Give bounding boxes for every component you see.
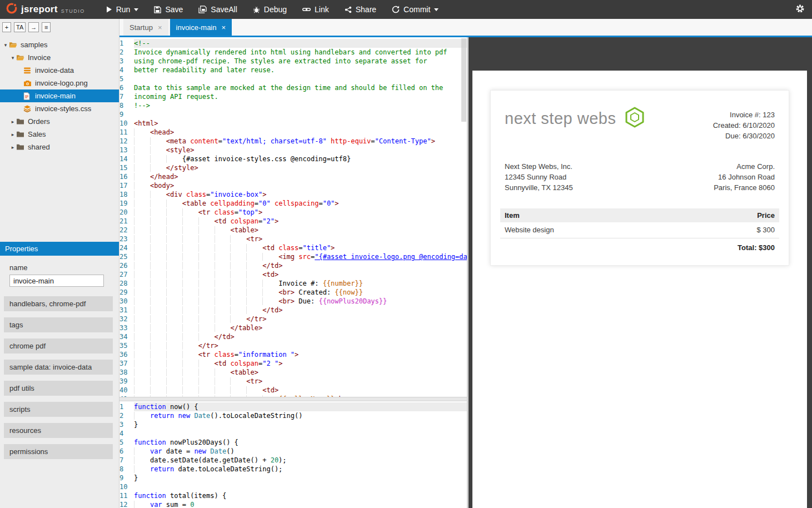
filter-button[interactable]: TA [14, 22, 26, 32]
code-line[interactable]: 2Invoice dynamically rendered into html … [119, 48, 467, 57]
code-line[interactable]: 23 <tr> [119, 235, 467, 243]
expander-icon[interactable]: ▸ [9, 119, 16, 124]
code-line[interactable]: 1<!-- [119, 39, 467, 48]
code-line[interactable]: 36 <tr class="information "> [119, 350, 467, 359]
tree-item-invoice-logo.png[interactable]: invoice-logo.png [0, 77, 119, 89]
code-line[interactable]: 22 <table> [119, 226, 467, 235]
jsreport-logo[interactable]: jsreport STUDIO [0, 2, 91, 17]
properties-section[interactable]: resources [4, 423, 113, 438]
properties-section[interactable]: scripts [4, 402, 113, 417]
code-line[interactable]: 13 <style> [119, 146, 467, 155]
properties-section[interactable]: handlebars, chrome-pdf [4, 296, 113, 311]
code-line[interactable]: 7incoming API request. [119, 92, 467, 101]
settings-button[interactable] [795, 4, 812, 16]
code-line[interactable]: 3} [119, 420, 467, 429]
tree-item-shared[interactable]: ▸shared [0, 141, 119, 153]
code-line[interactable]: 27 <td> [119, 270, 467, 279]
code-line[interactable]: 2 return new Date().toLocaleDateString() [119, 411, 467, 420]
code-line[interactable]: 24 <td class="title"> [119, 243, 467, 252]
code-line[interactable]: 32 </tr> [119, 315, 467, 323]
code-line[interactable]: 40 <td> [119, 386, 467, 395]
template-editor-pane[interactable]: 1<!--2Invoice dynamically rendered into … [119, 37, 467, 397]
code-line[interactable]: 1function now() { [119, 402, 467, 411]
helpers-editor-pane[interactable]: 1function now() {2 return new Date().toL… [119, 401, 467, 508]
expander-icon[interactable]: ▸ [9, 145, 16, 150]
properties-header[interactable]: Properties [0, 242, 119, 256]
expander-icon[interactable]: ▸ [9, 132, 16, 137]
tree-menu-button[interactable]: ≡ [42, 22, 51, 32]
collapse-tree-button[interactable]: → [28, 22, 39, 32]
close-icon[interactable]: × [158, 23, 162, 32]
code-line[interactable]: 11 <head> [119, 128, 467, 137]
expander-icon[interactable]: ▾ [2, 42, 9, 48]
code-line[interactable]: 12 <meta content="text/html; charset=utf… [119, 137, 467, 146]
tree-item-invoice-styles.css[interactable]: invoice-styles.css [0, 102, 119, 115]
code-line[interactable]: 35 </tr> [119, 341, 467, 350]
code-line[interactable]: 34 </td> [119, 332, 467, 341]
code-line[interactable]: 29 <br> Created: {{now}} [119, 288, 467, 297]
share-button[interactable]: Share [345, 5, 376, 14]
code-line[interactable]: 6 var date = new Date() [119, 447, 467, 456]
code-line[interactable]: 10<html> [119, 119, 467, 128]
tree-item-invoice-main[interactable]: invoice-main [0, 89, 119, 102]
expander-icon[interactable]: ▾ [9, 55, 16, 61]
tab-startup[interactable]: Startup× [123, 19, 168, 36]
debug-button[interactable]: Debug [253, 5, 287, 14]
code-line[interactable]: 11function total(items) { [119, 491, 467, 500]
code-line[interactable]: 28 Invoice #: {{number}} [119, 279, 467, 288]
code-line[interactable]: 12 var sum = 0 [119, 500, 467, 508]
code-line[interactable]: 14 {#asset invoice-styles.css @encoding=… [119, 155, 467, 163]
tree-item-samples[interactable]: ▾samples [0, 38, 119, 51]
run-button[interactable]: Run [106, 5, 139, 14]
properties-section[interactable]: chrome pdf [4, 338, 113, 353]
code-line[interactable]: 7 date.setDate(date.getDate() + 20); [119, 456, 467, 465]
code-line[interactable]: 6Data to this sample are mocked at the d… [119, 83, 467, 92]
code-line[interactable]: 4better readability and later reuse. [119, 66, 467, 74]
code-line[interactable]: 30 <br> Due: {{nowPlus20Days}} [119, 297, 467, 306]
code-line[interactable]: 39 <tr> [119, 377, 467, 386]
save-all-button[interactable]: SaveAll [198, 5, 237, 14]
code-line[interactable]: 10 [119, 482, 467, 491]
code-line[interactable]: 3using chrome-pdf recipe. The styles are… [119, 57, 467, 66]
code-line[interactable]: 25 <img src="{#asset invoice-logo.png @e… [119, 252, 467, 261]
name-input[interactable] [9, 275, 104, 287]
code-line[interactable]: 8!--> [119, 101, 467, 110]
commit-button[interactable]: Commit [392, 5, 439, 14]
properties-section[interactable]: tags [4, 317, 113, 332]
code-line[interactable]: 16 </head> [119, 172, 467, 181]
code-line[interactable]: 15 </style> [119, 163, 467, 172]
data-icon [23, 67, 33, 74]
code-line[interactable]: 21 <td colspan="2"> [119, 217, 467, 226]
code-line[interactable]: 5function nowPlus20Days() { [119, 438, 467, 447]
new-entity-button[interactable]: + [2, 22, 11, 32]
code-line[interactable]: 26 </td> [119, 261, 467, 270]
code-line[interactable]: 5 [119, 74, 467, 83]
tree-item-sales[interactable]: ▸Sales [0, 128, 119, 141]
code-line[interactable]: 19 <table cellpadding="0" cellspacing="0… [119, 199, 467, 208]
code-line[interactable]: 37 <td colspan="2 "> [119, 359, 467, 368]
horizontal-splitter[interactable] [119, 397, 467, 401]
properties-section[interactable]: sample data: invoice-data [4, 360, 113, 375]
code-line[interactable]: 20 <tr class="top"> [119, 208, 467, 217]
code-line[interactable]: 8 return date.toLocaleDateString(); [119, 465, 467, 474]
code-line[interactable]: 9} [119, 474, 467, 482]
properties-section[interactable]: pdf utils [4, 381, 113, 396]
properties-section[interactable]: permissions [4, 444, 113, 459]
code-line[interactable]: 41 {{sellerName}}<br> [119, 395, 467, 397]
tab-invoice-main[interactable]: invoice-main× [170, 19, 232, 36]
code-line[interactable]: 18 <div class="invoice-box"> [119, 190, 467, 199]
button-label: Commit [403, 5, 430, 14]
editor-scrollbar[interactable] [461, 38, 466, 122]
tree-item-invoice[interactable]: ▾Invoice [0, 51, 119, 64]
tree-item-orders[interactable]: ▸Orders [0, 115, 119, 128]
code-line[interactable]: 4 [119, 429, 467, 438]
tree-item-invoice-data[interactable]: invoice-data [0, 64, 119, 77]
code-line[interactable]: 9 [119, 110, 467, 119]
code-line[interactable]: 17 <body> [119, 181, 467, 190]
code-line[interactable]: 38 <table> [119, 368, 467, 377]
link-button[interactable]: Link [302, 5, 329, 14]
close-icon[interactable]: × [222, 23, 226, 32]
code-line[interactable]: 31 </td> [119, 306, 467, 315]
code-line[interactable]: 33 </table> [119, 323, 467, 332]
save-button[interactable]: Save [154, 5, 183, 14]
